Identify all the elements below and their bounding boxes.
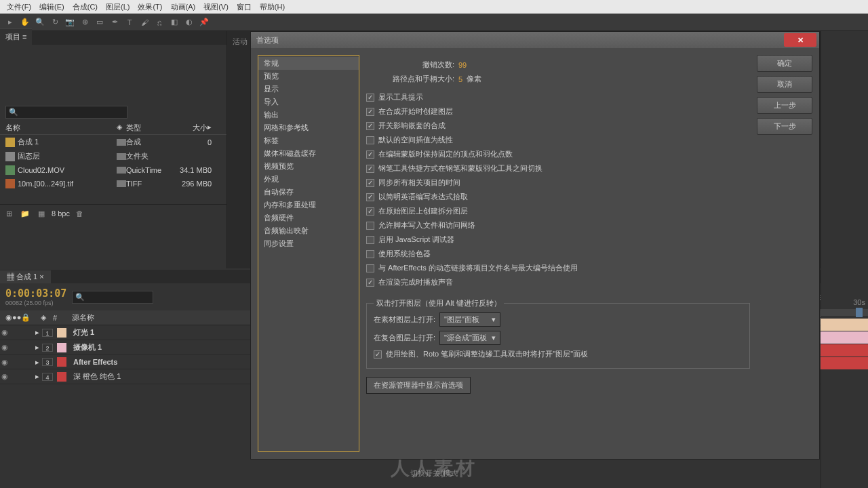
category-item[interactable]: 显示 — [258, 83, 359, 96]
next-button[interactable]: 下一步 — [757, 118, 812, 135]
project-row[interactable]: 合成 1合成0 — [0, 135, 226, 149]
ok-button[interactable]: 确定 — [757, 55, 812, 72]
checkbox[interactable] — [366, 136, 374, 144]
comp-icon[interactable]: ▦ — [35, 207, 47, 220]
checkbox[interactable] — [366, 236, 374, 244]
visibility-toggle[interactable]: ◉ — [0, 328, 9, 337]
project-panel: 项目 ≡ 🔍 名称 ◈ 类型 大小 ▸ 合成 1合成0固态层文件夹Cloud02… — [0, 31, 227, 268]
layer-color[interactable] — [57, 343, 66, 352]
brush-tool-icon[interactable]: 🖌 — [138, 16, 151, 28]
menu-effect[interactable]: 效果(T) — [134, 1, 166, 14]
path-value[interactable]: 5 — [458, 75, 462, 83]
pan-behind-tool-icon[interactable]: ⊕ — [79, 16, 91, 28]
trash-icon[interactable]: 🗑 — [74, 207, 86, 220]
category-item[interactable]: 内存和多重处理 — [258, 199, 359, 211]
puppet-tool-icon[interactable]: 📌 — [198, 16, 210, 28]
checkbox[interactable] — [366, 207, 374, 216]
project-row[interactable]: Cloud02.MOVQuickTime34.1 MB0 — [0, 163, 226, 177]
category-item[interactable]: 音频输出映射 — [258, 224, 359, 237]
zoom-tool-icon[interactable]: 🔍 — [34, 16, 46, 28]
interpret-icon[interactable]: ⊞ — [3, 207, 15, 220]
project-search[interactable]: 🔍 — [5, 106, 127, 119]
paint-checkbox[interactable] — [374, 350, 382, 359]
project-tab[interactable]: 项目 ≡ — [0, 28, 32, 45]
dialog-titlebar[interactable]: 首选项 ✕ — [251, 32, 819, 48]
open-comp-dropdown[interactable]: "源合成"面板▾ — [439, 331, 500, 345]
eraser-tool-icon[interactable]: ◧ — [168, 16, 180, 28]
checkbox-label: 与 AfterEffects 的动态链接将项目文件名与最大编号结合使用 — [378, 263, 578, 273]
layer-color[interactable] — [57, 357, 66, 367]
text-tool-icon[interactable]: T — [123, 16, 136, 28]
category-item[interactable]: 预览 — [258, 70, 359, 83]
timeline-tab[interactable]: ▦ 合成 1 × — [0, 270, 51, 283]
layer-color[interactable] — [57, 328, 66, 338]
visibility-toggle[interactable]: ◉ — [0, 358, 9, 367]
menu-animation[interactable]: 动画(A) — [167, 1, 200, 14]
search-icon: 🔍 — [75, 293, 85, 302]
checkbox-row: 同步所有相关项目的时间 — [366, 176, 750, 190]
shape-tool-icon[interactable]: ▭ — [94, 16, 106, 28]
checkbox[interactable] — [366, 279, 374, 287]
project-row[interactable]: 固态层文件夹 — [0, 149, 226, 163]
item-media: 0 — [208, 180, 221, 188]
category-item[interactable]: 常规 — [258, 57, 359, 70]
timeline-search[interactable]: 🔍 — [72, 291, 153, 304]
menu-view[interactable]: 视图(V) — [199, 1, 233, 14]
category-item[interactable]: 媒体和磁盘缓存 — [258, 147, 359, 160]
menu-file[interactable]: 文件(F) — [3, 1, 35, 14]
chevron-down-icon: ▾ — [492, 315, 496, 324]
pen-tool-icon[interactable]: ✒ — [108, 16, 121, 28]
col-name[interactable]: 名称 — [5, 123, 117, 133]
bpc-toggle[interactable]: 8 bpc — [52, 209, 70, 218]
checkbox[interactable] — [366, 179, 374, 187]
category-item[interactable]: 自动保存 — [258, 186, 359, 199]
checkbox[interactable] — [366, 222, 374, 230]
category-item[interactable]: 网格和参考线 — [258, 121, 359, 134]
project-row[interactable]: 10m.[00...249].tifTIFF296 MB0 — [0, 177, 226, 190]
category-item[interactable]: 音频硬件 — [258, 211, 359, 224]
checkbox[interactable] — [366, 165, 374, 173]
checkbox[interactable] — [366, 264, 374, 272]
clone-tool-icon[interactable]: ⎌ — [153, 16, 165, 28]
col-type[interactable]: 类型 — [126, 123, 174, 133]
open-footage-dropdown[interactable]: "图层"面板▾ — [439, 312, 500, 327]
col-media[interactable]: ▸ — [208, 123, 221, 133]
roto-tool-icon[interactable]: ◐ — [183, 16, 195, 28]
camera-tool-icon[interactable]: 📷 — [64, 16, 76, 28]
reveal-prefs-button[interactable]: 在资源管理器中显示首选项 — [366, 377, 471, 394]
checkbox[interactable] — [366, 122, 374, 130]
checkbox[interactable] — [366, 150, 374, 159]
category-item[interactable]: 视频预览 — [258, 160, 359, 173]
menu-comp[interactable]: 合成(C) — [68, 1, 102, 14]
checkbox[interactable] — [366, 193, 374, 201]
undo-value[interactable]: 99 — [458, 61, 467, 69]
tag-icon[interactable]: ◈ — [117, 123, 126, 133]
cancel-button[interactable]: 取消 — [757, 76, 812, 93]
layer-color[interactable] — [57, 372, 66, 382]
hand-tool-icon[interactable]: ✋ — [19, 16, 31, 28]
prev-button[interactable]: 上一步 — [757, 97, 812, 114]
menu-window[interactable]: 窗口 — [233, 1, 256, 14]
selection-tool-icon[interactable]: ▸ — [4, 16, 16, 28]
checkbox[interactable] — [366, 250, 374, 258]
item-name: 固态层 — [18, 151, 117, 161]
menu-help[interactable]: 帮助(H) — [256, 1, 289, 14]
visibility-toggle[interactable]: ◉ — [0, 343, 9, 352]
category-item[interactable]: 同步设置 — [258, 237, 359, 250]
menu-edit[interactable]: 编辑(E) — [35, 1, 68, 14]
col-size[interactable]: 大小 — [174, 123, 208, 133]
close-button[interactable]: ✕ — [784, 33, 816, 47]
visibility-toggle[interactable]: ◉ — [0, 372, 9, 381]
category-item[interactable]: 标签 — [258, 134, 359, 147]
current-timecode[interactable]: 0:00:03:07 — [5, 287, 66, 300]
open-footage-label: 在素材图层上打开: — [374, 314, 435, 325]
category-item[interactable]: 外观 — [258, 173, 359, 186]
settings-area: 撤销次数: 99 路径点和手柄大小: 5 像素 显示工具提示在合成开始时创建图层… — [366, 55, 750, 452]
checkbox[interactable] — [366, 94, 374, 102]
folder-icon[interactable]: 📁 — [19, 207, 31, 220]
category-item[interactable]: 输出 — [258, 108, 359, 121]
menu-layer[interactable]: 图层(L) — [102, 1, 134, 14]
rotate-tool-icon[interactable]: ↻ — [49, 16, 61, 28]
checkbox[interactable] — [366, 108, 374, 116]
category-item[interactable]: 导入 — [258, 96, 359, 108]
